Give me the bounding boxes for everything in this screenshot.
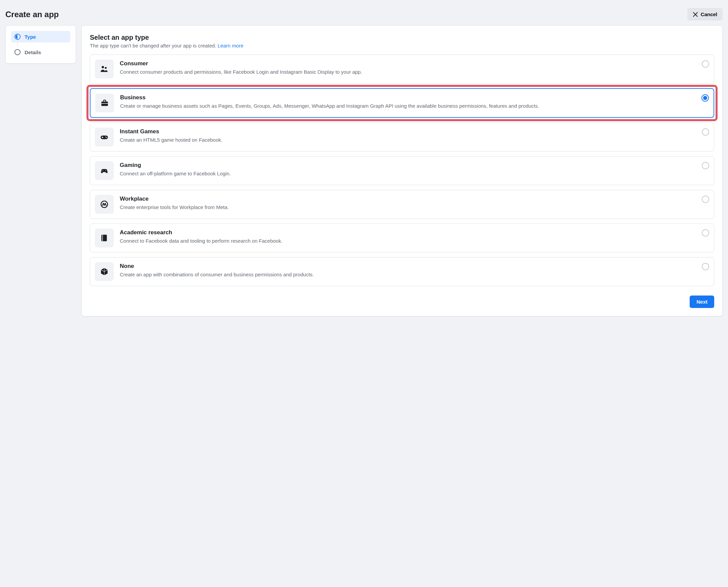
option-description: Create an app with combinations of consu… <box>120 271 696 278</box>
radio-indicator[interactable] <box>702 195 709 203</box>
cube-icon <box>95 262 114 281</box>
option-body: WorkplaceCreate enterprise tools for Wor… <box>120 195 696 211</box>
app-type-option-workplace[interactable]: WorkplaceCreate enterprise tools for Wor… <box>90 190 714 219</box>
section-subtitle: The app type can't be changed after your… <box>90 43 714 48</box>
step-details[interactable]: Details <box>11 46 70 58</box>
workplace-icon <box>95 195 114 214</box>
option-body: BusinessCreate or manage business assets… <box>120 94 695 110</box>
app-type-option-business[interactable]: BusinessCreate or manage business assets… <box>90 88 714 118</box>
step-list: Type Details <box>11 31 70 58</box>
option-body: Instant GamesCreate an HTML5 game hosted… <box>120 127 696 143</box>
radio-indicator[interactable] <box>702 60 709 68</box>
main-panel: Select an app type The app type can't be… <box>81 25 723 316</box>
option-description: Create enterprise tools for Workplace fr… <box>120 204 696 211</box>
header: Create an app Cancel <box>5 5 723 25</box>
step-connector <box>18 42 18 46</box>
radio-indicator[interactable] <box>701 94 709 102</box>
option-title: Instant Games <box>120 128 696 135</box>
option-description: Connect an off-platform game to Facebook… <box>120 170 696 177</box>
option-description: Connect to Facebook data and tooling to … <box>120 237 696 244</box>
step-type[interactable]: Type <box>11 31 70 42</box>
option-body: NoneCreate an app with combinations of c… <box>120 262 696 278</box>
close-icon <box>693 12 698 17</box>
people-icon <box>95 60 114 78</box>
radio-indicator[interactable] <box>702 229 709 237</box>
option-title: Workplace <box>120 195 696 202</box>
radio-indicator[interactable] <box>702 128 709 136</box>
footer: Next <box>90 296 714 308</box>
step-label: Type <box>25 34 36 40</box>
option-body: GamingConnect an off-platform game to Fa… <box>120 161 696 177</box>
book-icon <box>95 229 114 248</box>
next-button[interactable]: Next <box>690 296 714 308</box>
cancel-label: Cancel <box>701 11 717 17</box>
cancel-button[interactable]: Cancel <box>687 8 723 21</box>
step-indicator-icon <box>15 49 21 55</box>
learn-more-link[interactable]: Learn more <box>218 43 244 48</box>
app-type-option-instant-games[interactable]: Instant GamesCreate an HTML5 game hosted… <box>90 122 714 151</box>
sidebar: Type Details <box>5 25 76 64</box>
app-type-option-consumer[interactable]: ConsumerConnect consumer products and pe… <box>90 54 714 84</box>
step-label: Details <box>25 49 41 55</box>
radio-indicator[interactable] <box>702 162 709 169</box>
app-type-option-none[interactable]: NoneCreate an app with combinations of c… <box>90 257 714 286</box>
app-type-option-academic[interactable]: Academic researchConnect to Facebook dat… <box>90 224 714 253</box>
option-title: None <box>120 263 696 269</box>
page-title: Create an app <box>5 10 59 19</box>
gamepad-icon <box>95 127 114 146</box>
option-title: Business <box>120 94 695 101</box>
option-title: Academic research <box>120 229 696 236</box>
radio-indicator[interactable] <box>702 263 709 270</box>
subtitle-text: The app type can't be changed after your… <box>90 43 218 48</box>
option-body: ConsumerConnect consumer products and pe… <box>120 60 696 75</box>
option-description: Connect consumer products and permission… <box>120 68 696 75</box>
option-description: Create an HTML5 game hosted on Facebook. <box>120 136 696 143</box>
section-title: Select an app type <box>90 34 714 41</box>
app-type-options: ConsumerConnect consumer products and pe… <box>90 54 714 286</box>
joystick-icon <box>95 161 114 180</box>
option-title: Consumer <box>120 60 696 67</box>
app-type-option-gaming[interactable]: GamingConnect an off-platform game to Fa… <box>90 156 714 185</box>
option-description: Create or manage business assets such as… <box>120 102 695 110</box>
option-body: Academic researchConnect to Facebook dat… <box>120 229 696 244</box>
option-title: Gaming <box>120 162 696 169</box>
briefcase-icon <box>95 94 114 112</box>
step-indicator-icon <box>15 34 21 40</box>
